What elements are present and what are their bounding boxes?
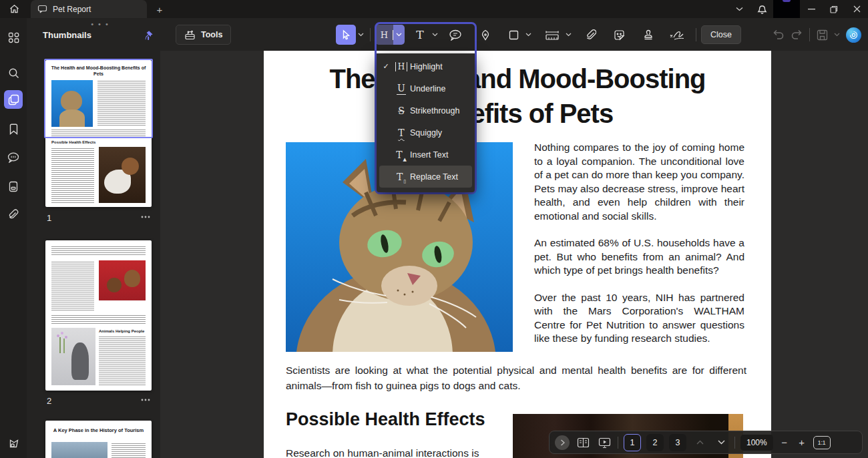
next-page-button[interactable] <box>713 435 729 451</box>
bookmarks-panel-button[interactable] <box>4 120 23 138</box>
close-tools-button[interactable]: Close <box>701 25 741 44</box>
page-button-3[interactable]: 3 <box>669 434 686 451</box>
thumbnail-page-1[interactable]: The Health and Mood-Boosting Benefits of… <box>45 60 152 207</box>
tab-chat-icon <box>37 5 47 13</box>
measure-tool-button[interactable] <box>541 25 564 45</box>
document-viewport[interactable]: The Health and Mood-Boosting Benefits of… <box>160 51 868 458</box>
zoom-out-button[interactable]: − <box>779 437 791 448</box>
thumbnail-2-dogs-image <box>99 260 146 300</box>
pdf-page-1[interactable]: The Health and Mood-Boosting Benefits of… <box>264 51 771 458</box>
notifications-button[interactable] <box>750 0 773 18</box>
titlebar-chevron-down-icon[interactable] <box>728 0 750 18</box>
thumbnail-page-3[interactable]: A Key Phase in the History of Tourism <box>45 421 152 458</box>
annotate-tool-group-outline: ✓ H Highlight U Underline S Strikethroug… <box>375 22 477 194</box>
page-button-label: 3 <box>676 438 680 447</box>
thumbnail-3-image <box>51 442 107 458</box>
shapes-tool-chevron-icon[interactable] <box>523 33 533 37</box>
collapse-bar-button[interactable] <box>555 435 570 450</box>
pen-nib-icon <box>480 29 491 41</box>
tools-button[interactable]: Tools <box>176 25 231 45</box>
thumbnail-3-title: A Key Phase in the History of Tourism <box>49 427 148 433</box>
thumbnail-page-2[interactable]: Animals Helping People <box>45 240 152 391</box>
toolbar-separator <box>696 28 696 41</box>
undo-button[interactable] <box>773 29 785 40</box>
select-tool-chevron-icon[interactable] <box>356 33 365 37</box>
shapes-tool-button[interactable] <box>503 25 523 45</box>
home-button[interactable] <box>4 1 24 17</box>
tab-title: Pet Report <box>53 5 91 14</box>
paragraph: Nothing compares to the joy of coming ho… <box>534 141 744 223</box>
thumbnails-panel-button[interactable] <box>4 90 23 109</box>
save-button[interactable] <box>817 29 828 41</box>
zoom-level[interactable]: 100% <box>740 435 773 451</box>
more-options-icon[interactable] <box>141 216 150 218</box>
paperclip-icon <box>586 29 596 41</box>
bell-icon <box>757 4 767 15</box>
previous-page-button[interactable] <box>692 435 708 451</box>
stamp-tool-button[interactable] <box>638 25 658 45</box>
panel-drag-handle[interactable]: • • • <box>88 20 112 28</box>
page-button-2[interactable]: 2 <box>646 434 664 451</box>
thumbnail-text-block <box>97 81 146 126</box>
close-window-button[interactable] <box>845 0 868 18</box>
zoom-in-button[interactable]: + <box>796 437 808 448</box>
thumbnail-2-row: 2 <box>45 396 152 409</box>
thumbnail-2-heading: Animals Helping People <box>99 329 144 333</box>
search-button[interactable] <box>4 63 23 82</box>
redo-button[interactable] <box>791 29 803 40</box>
save-chevron-icon[interactable] <box>834 33 840 37</box>
menu-item-squiggly[interactable]: T Squiggly <box>379 122 472 144</box>
presentation-mode-button[interactable] <box>596 435 612 451</box>
app-logo-button[interactable] <box>4 434 23 453</box>
section-heading: Possible Health Effects <box>286 409 485 430</box>
file-attachments-panel-button[interactable] <box>4 177 23 196</box>
pin-panel-button[interactable] <box>140 27 156 43</box>
menu-item-insert-text[interactable]: T▲ Insert Text <box>379 144 472 166</box>
insert-text-icon: T▲ <box>396 150 407 160</box>
menu-item-label: Strikethrough <box>410 106 459 116</box>
strikethrough-icon: S <box>398 105 405 116</box>
search-icon <box>8 67 19 79</box>
page-button-label: 2 <box>653 438 658 447</box>
app-logo-icon <box>7 437 20 449</box>
toolbar-separator <box>370 28 371 41</box>
actual-size-label: 1:1 <box>818 439 826 446</box>
attachments-panel-button[interactable] <box>4 205 23 224</box>
menu-item-label: Replace Text <box>410 172 458 182</box>
toolbox-icon <box>184 30 196 40</box>
minimize-button[interactable] <box>800 0 823 18</box>
book-icon <box>577 437 590 448</box>
menu-item-label: Insert Text <box>410 150 448 160</box>
new-tab-button[interactable]: + <box>152 2 167 17</box>
cursor-icon <box>341 29 351 40</box>
attachment-tool-button[interactable] <box>581 25 601 45</box>
page-button-1[interactable]: 1 <box>624 434 641 451</box>
thumbnail-text-block <box>99 336 146 385</box>
toolbar: Tools H T Close <box>160 18 868 51</box>
titlebar: Pet Report + <box>0 0 868 18</box>
menu-item-underline[interactable]: U Underline <box>379 77 472 99</box>
menu-item-replace-text[interactable]: T▯ Replace Text <box>379 166 472 188</box>
signature-tool-button[interactable] <box>666 25 689 45</box>
grid-icon <box>8 32 19 43</box>
bookmark-icon <box>9 124 19 135</box>
app-launcher-button[interactable] <box>4 28 23 47</box>
thumbnails-icon <box>8 94 19 105</box>
pencil-tool-button[interactable] <box>475 25 495 45</box>
document-tab[interactable]: Pet Report <box>31 0 147 18</box>
ai-assistant-button[interactable] <box>846 27 861 43</box>
account-avatar[interactable] <box>773 0 800 18</box>
reading-view-button[interactable] <box>575 435 591 451</box>
page-number: 2 <box>47 396 51 406</box>
comments-panel-button[interactable] <box>4 148 23 167</box>
actual-size-button[interactable]: 1:1 <box>813 436 831 449</box>
measure-tool-chevron-icon[interactable] <box>564 33 573 37</box>
more-options-icon[interactable] <box>141 399 150 401</box>
menu-item-strikethrough[interactable]: S Strikethrough <box>379 99 472 122</box>
select-tool-button[interactable] <box>336 25 356 45</box>
thumbnail-text-block <box>51 148 94 203</box>
menu-item-highlight[interactable]: ✓ H Highlight <box>379 55 472 77</box>
view-controls-bar: 1 2 3 100% − + 1:1 <box>549 431 863 454</box>
sticker-tool-button[interactable] <box>609 25 629 45</box>
restore-button[interactable] <box>823 0 845 18</box>
